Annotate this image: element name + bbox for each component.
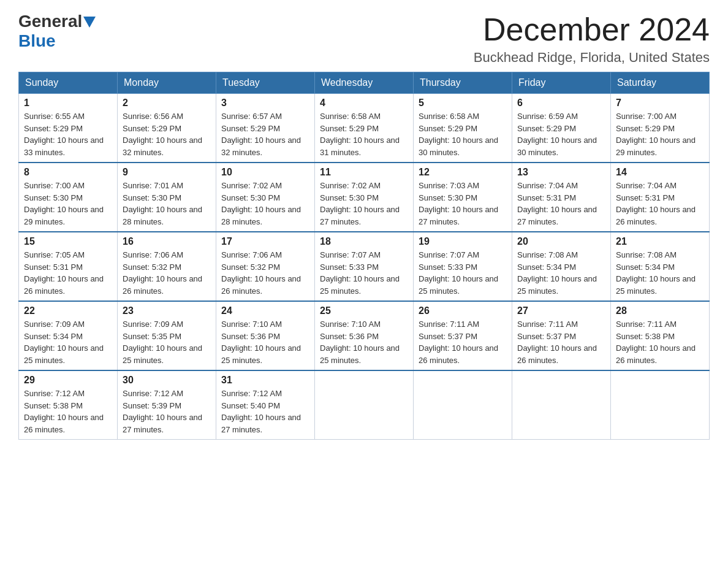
day-number: 12: [419, 167, 507, 178]
table-row: [414, 370, 512, 440]
day-number: 27: [517, 305, 605, 316]
logo: General Blue: [18, 12, 96, 51]
day-number: 15: [24, 236, 112, 247]
col-sunday: Sunday: [19, 72, 118, 94]
table-row: 15 Sunrise: 7:05 AM Sunset: 5:31 PM Dayl…: [19, 232, 118, 301]
table-row: 13 Sunrise: 7:04 AM Sunset: 5:31 PM Dayl…: [512, 163, 611, 232]
day-info: Sunrise: 7:03 AM Sunset: 5:30 PM Dayligh…: [419, 180, 507, 228]
table-row: 27 Sunrise: 7:11 AM Sunset: 5:37 PM Dayl…: [512, 301, 611, 370]
col-monday: Monday: [118, 72, 216, 94]
calendar-header-row: Sunday Monday Tuesday Wednesday Thursday…: [19, 72, 710, 94]
day-info: Sunrise: 7:00 AM Sunset: 5:29 PM Dayligh…: [616, 110, 704, 158]
day-info: Sunrise: 7:00 AM Sunset: 5:30 PM Dayligh…: [24, 180, 112, 228]
day-info: Sunrise: 7:05 AM Sunset: 5:31 PM Dayligh…: [24, 249, 112, 297]
table-row: 21 Sunrise: 7:08 AM Sunset: 5:34 PM Dayl…: [611, 232, 710, 301]
day-info: Sunrise: 7:02 AM Sunset: 5:30 PM Dayligh…: [221, 180, 309, 228]
day-info: Sunrise: 7:12 AM Sunset: 5:40 PM Dayligh…: [221, 388, 309, 435]
col-saturday: Saturday: [611, 72, 710, 94]
day-number: 25: [320, 305, 408, 316]
day-info: Sunrise: 7:06 AM Sunset: 5:32 PM Dayligh…: [123, 249, 211, 297]
table-row: 3 Sunrise: 6:57 AM Sunset: 5:29 PM Dayli…: [216, 94, 315, 163]
day-number: 17: [221, 236, 309, 247]
day-number: 4: [320, 98, 408, 109]
day-number: 29: [24, 375, 112, 386]
table-row: 9 Sunrise: 7:01 AM Sunset: 5:30 PM Dayli…: [118, 163, 216, 232]
table-row: 19 Sunrise: 7:07 AM Sunset: 5:33 PM Dayl…: [414, 232, 512, 301]
day-info: Sunrise: 7:07 AM Sunset: 5:33 PM Dayligh…: [320, 249, 408, 297]
day-number: 23: [123, 305, 211, 316]
table-row: 18 Sunrise: 7:07 AM Sunset: 5:33 PM Dayl…: [315, 232, 414, 301]
table-row: 16 Sunrise: 7:06 AM Sunset: 5:32 PM Dayl…: [118, 232, 216, 301]
location-title: Buckhead Ridge, Florida, United States: [474, 50, 710, 66]
day-number: 22: [24, 305, 112, 316]
logo-blue: Blue: [18, 31, 56, 50]
table-row: 23 Sunrise: 7:09 AM Sunset: 5:35 PM Dayl…: [118, 301, 216, 370]
day-number: 6: [517, 98, 605, 109]
day-info: Sunrise: 7:09 AM Sunset: 5:34 PM Dayligh…: [24, 318, 112, 366]
day-info: Sunrise: 7:01 AM Sunset: 5:30 PM Dayligh…: [123, 180, 211, 228]
day-number: 19: [419, 236, 507, 247]
day-number: 30: [123, 375, 211, 386]
day-number: 24: [221, 305, 309, 316]
table-row: 22 Sunrise: 7:09 AM Sunset: 5:34 PM Dayl…: [19, 301, 118, 370]
day-info: Sunrise: 7:10 AM Sunset: 5:36 PM Dayligh…: [320, 318, 408, 366]
day-info: Sunrise: 7:04 AM Sunset: 5:31 PM Dayligh…: [517, 180, 605, 228]
table-row: 5 Sunrise: 6:58 AM Sunset: 5:29 PM Dayli…: [414, 94, 512, 163]
day-number: 28: [616, 305, 704, 316]
table-row: 30 Sunrise: 7:12 AM Sunset: 5:39 PM Dayl…: [118, 370, 216, 440]
table-row: 31 Sunrise: 7:12 AM Sunset: 5:40 PM Dayl…: [216, 370, 315, 440]
table-row: 4 Sunrise: 6:58 AM Sunset: 5:29 PM Dayli…: [315, 94, 414, 163]
day-info: Sunrise: 6:59 AM Sunset: 5:29 PM Dayligh…: [517, 110, 605, 158]
table-row: 6 Sunrise: 6:59 AM Sunset: 5:29 PM Dayli…: [512, 94, 611, 163]
page-header: General Blue December 2024 Buckhead Ridg…: [18, 12, 710, 66]
day-info: Sunrise: 7:09 AM Sunset: 5:35 PM Dayligh…: [123, 318, 211, 366]
table-row: 28 Sunrise: 7:11 AM Sunset: 5:38 PM Dayl…: [611, 301, 710, 370]
day-number: 18: [320, 236, 408, 247]
day-info: Sunrise: 7:07 AM Sunset: 5:33 PM Dayligh…: [419, 249, 507, 297]
day-info: Sunrise: 6:56 AM Sunset: 5:29 PM Dayligh…: [123, 110, 211, 158]
day-number: 3: [221, 98, 309, 109]
table-row: 17 Sunrise: 7:06 AM Sunset: 5:32 PM Dayl…: [216, 232, 315, 301]
table-row: [611, 370, 710, 440]
day-number: 8: [24, 167, 112, 178]
calendar-row: 1 Sunrise: 6:55 AM Sunset: 5:29 PM Dayli…: [19, 94, 710, 163]
day-number: 11: [320, 167, 408, 178]
day-number: 9: [123, 167, 211, 178]
day-info: Sunrise: 7:08 AM Sunset: 5:34 PM Dayligh…: [616, 249, 704, 297]
table-row: 14 Sunrise: 7:04 AM Sunset: 5:31 PM Dayl…: [611, 163, 710, 232]
table-row: 24 Sunrise: 7:10 AM Sunset: 5:36 PM Dayl…: [216, 301, 315, 370]
col-tuesday: Tuesday: [216, 72, 315, 94]
col-wednesday: Wednesday: [315, 72, 414, 94]
day-number: 21: [616, 236, 704, 247]
day-info: Sunrise: 7:11 AM Sunset: 5:37 PM Dayligh…: [419, 318, 507, 366]
day-info: Sunrise: 7:06 AM Sunset: 5:32 PM Dayligh…: [221, 249, 309, 297]
day-info: Sunrise: 7:11 AM Sunset: 5:38 PM Dayligh…: [616, 318, 704, 366]
table-row: 2 Sunrise: 6:56 AM Sunset: 5:29 PM Dayli…: [118, 94, 216, 163]
calendar-row: 22 Sunrise: 7:09 AM Sunset: 5:34 PM Dayl…: [19, 301, 710, 370]
calendar-row: 29 Sunrise: 7:12 AM Sunset: 5:38 PM Dayl…: [19, 370, 710, 440]
table-row: 8 Sunrise: 7:00 AM Sunset: 5:30 PM Dayli…: [19, 163, 118, 232]
table-row: 10 Sunrise: 7:02 AM Sunset: 5:30 PM Dayl…: [216, 163, 315, 232]
table-row: 25 Sunrise: 7:10 AM Sunset: 5:36 PM Dayl…: [315, 301, 414, 370]
day-info: Sunrise: 6:58 AM Sunset: 5:29 PM Dayligh…: [419, 110, 507, 158]
day-number: 20: [517, 236, 605, 247]
logo-general: General: [18, 12, 82, 31]
month-title: December 2024: [474, 12, 710, 47]
table-row: [512, 370, 611, 440]
day-number: 5: [419, 98, 507, 109]
day-number: 13: [517, 167, 605, 178]
day-number: 1: [24, 98, 112, 109]
day-info: Sunrise: 7:11 AM Sunset: 5:37 PM Dayligh…: [517, 318, 605, 366]
table-row: 29 Sunrise: 7:12 AM Sunset: 5:38 PM Dayl…: [19, 370, 118, 440]
day-number: 16: [123, 236, 211, 247]
table-row: 12 Sunrise: 7:03 AM Sunset: 5:30 PM Dayl…: [414, 163, 512, 232]
day-info: Sunrise: 7:12 AM Sunset: 5:38 PM Dayligh…: [24, 388, 112, 435]
day-info: Sunrise: 7:10 AM Sunset: 5:36 PM Dayligh…: [221, 318, 309, 366]
title-block: December 2024 Buckhead Ridge, Florida, U…: [474, 12, 710, 66]
day-info: Sunrise: 7:04 AM Sunset: 5:31 PM Dayligh…: [616, 180, 704, 228]
day-number: 14: [616, 167, 704, 178]
day-number: 10: [221, 167, 309, 178]
table-row: 1 Sunrise: 6:55 AM Sunset: 5:29 PM Dayli…: [19, 94, 118, 163]
day-info: Sunrise: 7:02 AM Sunset: 5:30 PM Dayligh…: [320, 180, 408, 228]
day-number: 26: [419, 305, 507, 316]
